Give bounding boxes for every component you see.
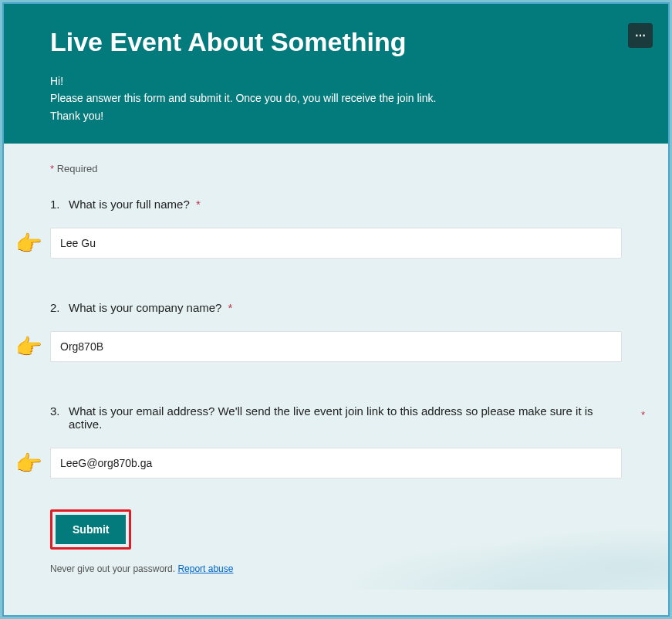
input-row: 👉: [50, 228, 622, 259]
submit-row: Submit: [50, 509, 622, 550]
form-container: ⋯ Live Event About Something Hi! Please …: [2, 2, 670, 617]
more-options-button[interactable]: ⋯: [628, 23, 653, 48]
question-text: What is your email address? We'll send t…: [69, 404, 593, 431]
question-3: 3. What is your email address? We'll sen…: [50, 404, 622, 479]
pointing-hand-icon: 👉: [15, 334, 42, 360]
footer-note: Never give out your password. Report abu…: [50, 563, 622, 574]
input-row: 👉: [50, 331, 622, 362]
password-note: Never give out your password.: [50, 563, 175, 574]
submit-button[interactable]: Submit: [56, 515, 126, 544]
form-header: ⋯ Live Event About Something Hi! Please …: [4, 4, 668, 144]
question-number: 1.: [50, 198, 64, 211]
company-name-input[interactable]: [50, 331, 622, 362]
email-input[interactable]: [50, 448, 622, 479]
question-1: 1. What is your full name? * 👉: [50, 198, 622, 259]
required-label: Required: [57, 163, 98, 174]
question-3-label: 3. What is your email address? We'll sen…: [50, 404, 622, 431]
required-asterisk-icon: *: [228, 301, 233, 314]
question-number: 3.: [50, 404, 64, 418]
input-row: 👉: [50, 448, 622, 479]
desc-line-2: Please answer this form and submit it. O…: [50, 90, 622, 107]
required-asterisk-icon: *: [196, 198, 201, 211]
desc-line-1: Hi!: [50, 73, 622, 90]
form-title: Live Event About Something: [50, 27, 622, 57]
question-text: What is your full name? *: [69, 198, 593, 211]
report-abuse-link[interactable]: Report abuse: [177, 563, 233, 574]
pointing-hand-icon: 👉: [15, 231, 42, 256]
full-name-input[interactable]: [50, 228, 622, 259]
question-text: What is your company name? *: [69, 301, 593, 314]
ellipsis-icon: ⋯: [635, 29, 647, 42]
asterisk-icon: *: [50, 163, 54, 174]
question-2-label: 2. What is your company name? *: [50, 301, 622, 314]
form-body: * Required 1. What is your full name? * …: [4, 144, 668, 590]
question-number: 2.: [50, 301, 64, 314]
required-note: * Required: [50, 163, 622, 174]
submit-highlight: Submit: [50, 509, 131, 550]
pointing-hand-icon: 👉: [15, 451, 42, 476]
desc-line-3: Thank you!: [50, 107, 622, 124]
question-1-label: 1. What is your full name? *: [50, 198, 622, 211]
question-text-content: What is your full name?: [69, 198, 190, 211]
question-2: 2. What is your company name? * 👉: [50, 301, 622, 362]
question-text-content: What is your company name?: [69, 301, 221, 314]
required-asterisk-icon: *: [641, 409, 645, 421]
form-description: Hi! Please answer this form and submit i…: [50, 73, 622, 124]
